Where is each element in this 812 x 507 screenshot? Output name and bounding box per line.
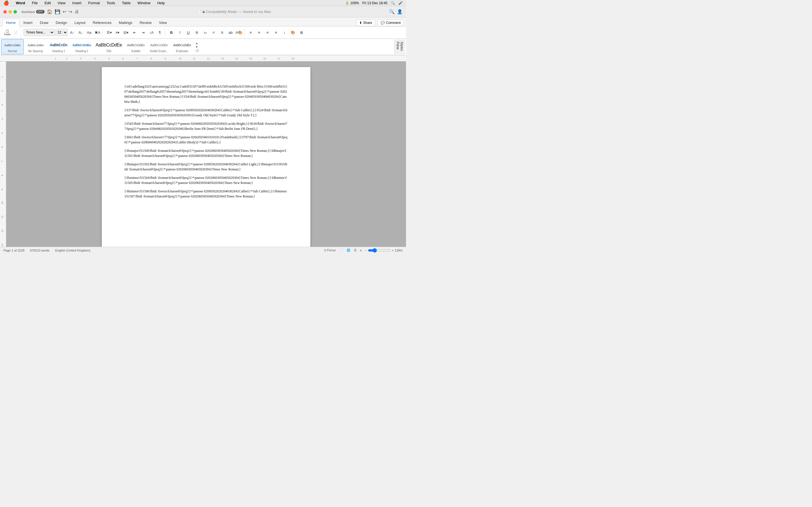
zoom-out-icon[interactable]: − xyxy=(365,249,367,252)
menu-file[interactable]: File xyxy=(31,0,39,6)
style-normal[interactable]: AaBbCcDdEe Normal xyxy=(1,39,24,54)
numbering-button[interactable]: ≡▾ xyxy=(114,29,121,36)
menu-help[interactable]: Help xyxy=(156,0,166,6)
sort-button[interactable]: ↕A xyxy=(147,29,155,36)
tab-mailings[interactable]: Mailings xyxy=(116,19,136,26)
minimize-button[interactable] xyxy=(8,10,12,13)
menu-view[interactable]: View xyxy=(56,0,66,6)
style-expand[interactable]: ⬜ xyxy=(195,49,200,52)
font-size-select[interactable]: 12 xyxy=(55,29,68,36)
align-left-button[interactable]: ≡ xyxy=(247,29,255,36)
line-spacing-button[interactable]: ↕ xyxy=(281,29,289,36)
tab-home[interactable]: Home xyxy=(2,19,19,26)
autosave-control[interactable]: AutoSave OFF xyxy=(21,10,45,13)
fullscreen-button[interactable] xyxy=(13,10,17,13)
save-icon[interactable]: 💾 xyxy=(55,9,60,14)
menu-format[interactable]: Format xyxy=(87,0,101,6)
apple-menu[interactable]: 🍎 xyxy=(3,0,9,6)
tab-design[interactable]: Design xyxy=(52,19,70,26)
menu-insert[interactable]: Insert xyxy=(71,0,83,6)
document-scroll[interactable]: {\rtf1\adeflang1025\ansi\ansicpg1252\uc1… xyxy=(6,61,406,247)
toolbar-icons[interactable]: 🏠 💾 ↩ ↪ 🖨 xyxy=(47,9,79,14)
window-controls[interactable] xyxy=(3,10,17,13)
style-no-spacing[interactable]: AaBbCcDdEe No Spacing xyxy=(24,39,47,54)
share-button[interactable]: ⬆ Share xyxy=(356,19,375,26)
menu-edit[interactable]: Edit xyxy=(43,0,52,6)
undo-icon[interactable]: ↩ xyxy=(63,9,66,14)
shading-button[interactable]: 🎨 xyxy=(289,29,297,36)
menu-window[interactable]: Window xyxy=(136,0,151,6)
zoom-in-icon[interactable]: + xyxy=(392,249,393,252)
outdent-button[interactable]: ⇤ xyxy=(131,29,139,36)
show-formatting-button[interactable]: ¶ xyxy=(156,29,164,36)
strikethrough-button[interactable]: S xyxy=(193,29,201,36)
comment-button[interactable]: 💬 Comment xyxy=(377,19,404,26)
font-name-select[interactable]: Times New... xyxy=(23,29,54,36)
change-case-button[interactable]: Aa xyxy=(85,29,93,36)
document-content[interactable]: {\rtf1\adeflang1025\ansi\ansicpg1252\uc1… xyxy=(124,84,288,199)
tab-layout[interactable]: Layout xyxy=(71,19,89,26)
format-painter-button[interactable]: 🖌 xyxy=(12,37,20,39)
svg-text:3: 3 xyxy=(1,104,4,106)
siri-icon[interactable]: 🎤 xyxy=(398,1,403,5)
align-center-button[interactable]: ≡ xyxy=(255,29,263,36)
style-heading2[interactable]: AaBbCcDdEe Heading 2 xyxy=(70,39,93,54)
autosave-toggle[interactable]: OFF xyxy=(36,10,45,13)
search-icon[interactable]: 🔍 xyxy=(389,9,395,14)
style-heading1[interactable]: AaBbCcDc Heading 1 xyxy=(47,39,70,54)
tab-references[interactable]: References xyxy=(89,19,115,26)
web-layout-icon[interactable]: 🌐 xyxy=(347,248,350,252)
zoom-control[interactable]: − + 128% xyxy=(365,248,403,252)
style-scroll-down[interactable]: ▼ xyxy=(195,45,200,49)
menu-tools[interactable]: Tools xyxy=(105,0,116,6)
tab-review[interactable]: Review xyxy=(136,19,155,26)
zoom-slider[interactable] xyxy=(368,248,391,252)
increase-font-button[interactable]: A↑ xyxy=(68,29,76,36)
text-color-button[interactable]: A🎨 xyxy=(235,29,243,36)
bullets-button[interactable]: ☰▾ xyxy=(105,29,113,36)
spotlight-icon[interactable]: 🔍 xyxy=(391,1,395,5)
style-subtle-emph[interactable]: AaBbCcDdEe Subtle Emph... xyxy=(148,39,170,54)
subscript-button[interactable]: x₂ xyxy=(201,29,209,36)
draft-icon[interactable]: ≡ xyxy=(360,249,362,252)
menu-table[interactable]: Table xyxy=(121,0,132,6)
styles-pane-button[interactable]: Styles Pane xyxy=(395,40,405,54)
svg-text:6: 6 xyxy=(122,57,124,60)
app-name[interactable]: Word xyxy=(15,0,26,6)
user-icon[interactable]: 👤 xyxy=(397,9,403,14)
justify-button[interactable]: ≡ xyxy=(272,29,280,36)
focus-button[interactable]: ⊙ Focus xyxy=(324,248,336,252)
style-emphasis[interactable]: AaBbCcDdEe Emphasis xyxy=(171,39,193,54)
style-subtitle[interactable]: AaBbCcDdEe Subtitle xyxy=(124,39,147,54)
close-button[interactable] xyxy=(3,10,7,13)
print-layout-icon[interactable]: 📄 xyxy=(339,248,343,252)
tab-draw[interactable]: Draw xyxy=(36,19,52,26)
style-scroll-up[interactable]: ▲ xyxy=(195,41,200,45)
superscript-button[interactable]: x² xyxy=(210,29,218,36)
indent-button[interactable]: ⇥ xyxy=(139,29,147,36)
tab-view[interactable]: View xyxy=(156,19,170,26)
decrease-font-button[interactable]: A↓ xyxy=(77,29,85,36)
clear-format-button[interactable]: ✖A xyxy=(94,29,101,36)
home-icon[interactable]: 🏠 xyxy=(47,9,52,14)
language[interactable]: English (United Kingdom) xyxy=(55,249,91,252)
borders-button[interactable]: ⊞ xyxy=(297,29,305,36)
italic-button[interactable]: I xyxy=(176,29,184,36)
outline-icon[interactable]: ☰ xyxy=(354,248,357,252)
multilevel-button[interactable]: ⊟▾ xyxy=(122,29,130,36)
highlight-button[interactable]: ab xyxy=(227,29,235,36)
cut-button[interactable]: ✂ xyxy=(12,26,20,28)
copy-button[interactable]: 📄 xyxy=(12,29,20,36)
underline-button[interactable]: U xyxy=(185,29,192,36)
tab-insert[interactable]: Insert xyxy=(20,19,36,26)
style-more-button[interactable]: ▲ ▼ ⬜ xyxy=(194,40,200,54)
font-color-button[interactable]: A xyxy=(218,29,226,36)
paste-button[interactable]: 📋 Paste xyxy=(3,29,11,36)
print-icon[interactable]: 🖨 xyxy=(74,9,79,14)
text-format-group: B I U S x₂ x² A ab A🎨 xyxy=(166,29,245,36)
style-title[interactable]: AaBbCcDdEe Title xyxy=(94,39,124,54)
align-right-button[interactable]: ≡ xyxy=(264,29,271,36)
document-page[interactable]: {\rtf1\adeflang1025\ansi\ansicpg1252\uc1… xyxy=(102,67,310,247)
bold-button[interactable]: B xyxy=(167,29,175,36)
redo-icon[interactable]: ↪ xyxy=(68,9,72,14)
